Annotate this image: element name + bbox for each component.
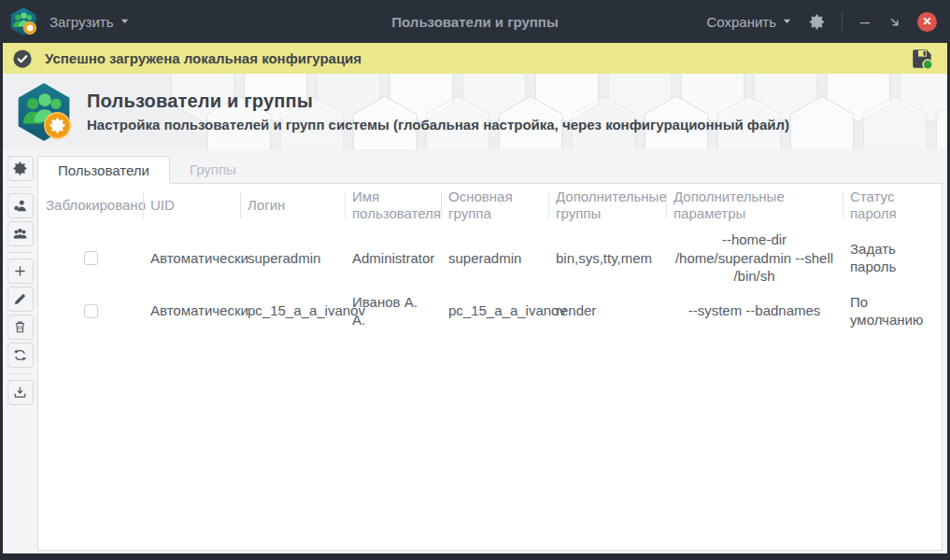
toolbar-divider [7, 252, 33, 253]
page-title: Пользователи и группы [87, 91, 789, 112]
cell-username: Administrator [345, 227, 441, 289]
cell-extra-params: --home-dir /home/superadmin --shell /bin… [666, 227, 843, 289]
download-icon [12, 385, 28, 400]
column-header-uid[interactable]: UID [143, 184, 240, 227]
save-menu-label: Сохранить [706, 14, 776, 30]
tab-bar: Пользователи Группы [37, 149, 943, 183]
refresh-button[interactable] [7, 343, 34, 368]
load-menu-button[interactable]: Загрузить [50, 14, 130, 30]
column-header-username[interactable]: Имя пользователя [345, 184, 441, 227]
column-header-locked[interactable]: Заблокировано [38, 184, 143, 227]
cell-password-status[interactable]: По умолчанию [843, 289, 942, 333]
tab-groups[interactable]: Группы [170, 155, 256, 183]
toolbar-divider [7, 187, 33, 188]
cell-primary-group: pc_15_a_a_ivanov [441, 289, 548, 333]
cell-username: Иванов А. А. [345, 289, 441, 333]
table-row[interactable]: Автоматически pc_15_a_a_ivanov Иванов А.… [38, 289, 942, 333]
column-header-extra-params[interactable]: Дополнительные параметры [666, 184, 843, 227]
add-button[interactable] [7, 259, 34, 284]
save-status-floppy-icon[interactable] [910, 47, 934, 71]
window-bottom-border [0, 553, 950, 560]
locked-checkbox[interactable] [84, 251, 98, 265]
app-logo-icon [8, 7, 38, 36]
user-gear-icon [12, 198, 28, 214]
page-subtitle: Настройка пользователей и групп системы … [87, 117, 789, 133]
main-area: Пользователи Группы Заблокировано UID Ло… [3, 149, 947, 553]
titlebar-separator [842, 12, 843, 31]
user-properties-button[interactable] [7, 193, 34, 218]
module-logo-icon [13, 81, 75, 143]
column-header-primary-group[interactable]: Основная группа [441, 184, 548, 227]
column-header-extra-groups[interactable]: Дополнительные группы [548, 184, 666, 227]
locked-checkbox[interactable] [84, 304, 98, 318]
import-button[interactable] [7, 380, 34, 405]
toolbar-column [3, 149, 37, 553]
load-menu-label: Загрузить [50, 14, 114, 30]
users-panel: Заблокировано UID Логин Имя пользователя… [37, 183, 943, 551]
cell-uid: Автоматически [143, 289, 240, 333]
close-button[interactable]: ✕ [917, 12, 937, 32]
notification-bar: Успешно загружена локальная конфигурация [3, 43, 947, 74]
chevron-down-icon [782, 17, 792, 27]
cell-login: superadmin [240, 227, 345, 289]
chevron-down-icon [120, 17, 130, 27]
cell-uid: Автоматически [143, 227, 240, 289]
refresh-icon [12, 347, 28, 363]
edit-button[interactable] [7, 287, 34, 312]
user-groups-button[interactable] [7, 221, 34, 246]
restore-window-icon[interactable] [887, 15, 901, 29]
cell-primary-group: superadmin [441, 227, 548, 289]
delete-button[interactable] [7, 315, 34, 340]
table-header: Заблокировано UID Логин Имя пользователя… [38, 184, 942, 227]
column-header-password-status[interactable]: Статус пароля [843, 184, 942, 227]
tab-users[interactable]: Пользователи [37, 156, 170, 184]
cell-password-status[interactable]: Задать пароль [843, 227, 942, 289]
save-menu-button[interactable]: Сохранить [706, 14, 792, 30]
cell-login: pc_15_a_a_ivanov [240, 289, 345, 333]
cell-extra-params: --system --badnames [666, 289, 843, 333]
people-group-icon [12, 226, 28, 242]
column-header-login[interactable]: Логин [240, 184, 345, 227]
table-row[interactable]: Автоматически superadmin Administrator s… [38, 227, 942, 289]
plus-icon [12, 263, 28, 279]
titlebar: Загрузить Пользователи и группы Сохранит… [0, 0, 950, 43]
cell-extra-groups: render [548, 289, 666, 333]
success-check-icon [12, 49, 33, 69]
cell-extra-groups: bin,sys,tty,mem [548, 227, 666, 289]
page-header: Пользователи и группы Настройка пользова… [3, 74, 947, 149]
gear-icon [12, 161, 28, 176]
toolbar-divider [7, 373, 33, 374]
settings-gear-icon[interactable] [808, 13, 826, 31]
trash-icon [12, 319, 28, 335]
notification-message: Успешно загружена локальная конфигурация [45, 50, 910, 66]
pencil-icon [12, 291, 28, 307]
minimize-button[interactable]: – [858, 17, 872, 26]
module-settings-button[interactable] [7, 156, 34, 181]
